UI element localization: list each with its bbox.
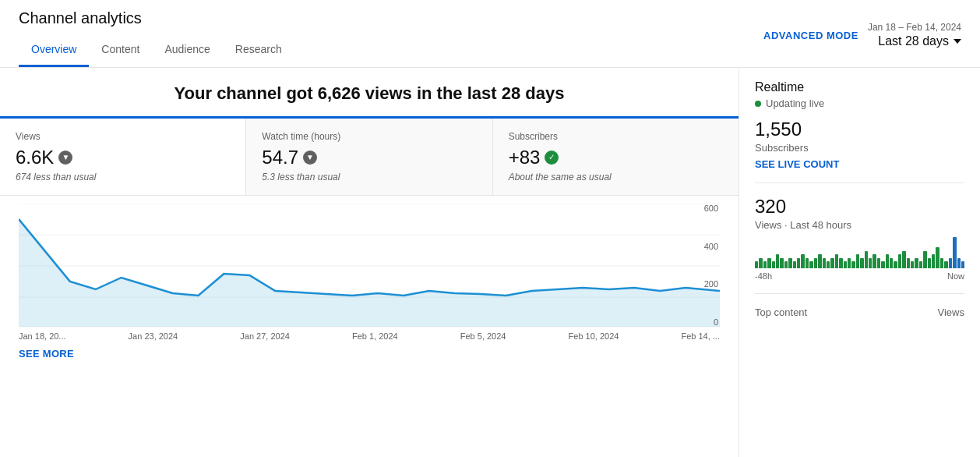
tab-content[interactable]: Content xyxy=(89,34,152,67)
mini-bar xyxy=(894,261,897,268)
views-48h-section: 320 Views · Last 48 hours -48h Now xyxy=(755,196,964,294)
date-range-label: Jan 18 – Feb 14, 2024 xyxy=(868,22,961,33)
see-more-link[interactable]: SEE MORE xyxy=(19,348,74,360)
chart-x-labels: Jan 18, 20... Jan 23, 2024 Jan 27, 2024 … xyxy=(19,328,720,341)
views-48h-value: 320 xyxy=(755,196,964,218)
tab-audience[interactable]: Audience xyxy=(152,34,222,67)
mini-bar xyxy=(898,254,901,268)
mini-bar xyxy=(949,258,952,268)
mini-bar xyxy=(940,258,943,268)
metric-watchtime-value: 54.7 xyxy=(262,147,298,168)
mini-bar xyxy=(767,258,770,268)
mini-bar xyxy=(860,258,863,268)
see-live-count-button[interactable]: SEE LIVE COUNT xyxy=(755,158,964,170)
page-title: Channel analytics xyxy=(19,9,294,34)
metric-views-label: Views xyxy=(16,131,230,142)
mini-bar xyxy=(865,251,868,268)
mini-bar xyxy=(890,258,893,268)
mini-bar xyxy=(872,254,876,268)
mini-bar xyxy=(944,261,947,268)
mini-bar xyxy=(915,258,918,268)
metric-subscribers-value: +83 xyxy=(509,147,541,168)
subscribers-realtime-label: Subscribers xyxy=(755,142,964,154)
views-chart: 600 400 200 0 Jan 18, 20... Jan 23, 2024… xyxy=(0,196,739,344)
top-content-section: Top content Views xyxy=(755,306,964,331)
mini-bar xyxy=(780,258,783,268)
subscribers-realtime-value: 1,550 xyxy=(755,119,964,140)
mini-bar xyxy=(919,261,922,268)
mini-bar xyxy=(755,261,758,268)
mini-bar xyxy=(823,258,826,268)
mini-bar xyxy=(886,254,889,268)
mini-chart-labels: -48h Now xyxy=(755,271,964,281)
metric-views: Views 6.6K ▼ 674 less than usual xyxy=(0,119,246,195)
mini-bar xyxy=(877,258,880,268)
views-48h-label: Views · Last 48 hours xyxy=(755,219,964,231)
mini-bar xyxy=(818,254,821,268)
mini-bar xyxy=(923,251,926,268)
metric-watchtime: Watch time (hours) 54.7 ▼ 5.3 less than … xyxy=(246,119,492,195)
advanced-mode-button[interactable]: ADVANCED MODE xyxy=(763,30,858,41)
mini-bar xyxy=(844,261,847,268)
mini-bar xyxy=(809,261,813,268)
mini-bar xyxy=(839,258,842,268)
metric-watchtime-note: 5.3 less than usual xyxy=(262,172,476,182)
mini-bar xyxy=(936,247,939,268)
mini-bar xyxy=(759,258,762,268)
top-content-label: Top content xyxy=(755,306,807,318)
tab-overview[interactable]: Overview xyxy=(19,34,89,67)
tab-bar: Overview Content Audience Research xyxy=(19,34,294,67)
metric-views-note: 674 less than usual xyxy=(16,172,230,182)
mini-bar xyxy=(793,261,796,268)
metric-subscribers-note: About the same as usual xyxy=(509,172,723,182)
mini-bar xyxy=(957,258,961,268)
mini-bar xyxy=(869,258,872,268)
mini-bar xyxy=(801,254,804,268)
date-range-picker[interactable]: Jan 18 – Feb 14, 2024 Last 28 days xyxy=(868,22,961,48)
mini-bar xyxy=(830,258,834,268)
top-content-views-label: Views xyxy=(938,306,964,318)
chevron-down-icon xyxy=(954,39,961,44)
right-sidebar: Realtime Updating live 1,550 Subscribers… xyxy=(739,68,980,457)
views-trend-icon: ▼ xyxy=(58,151,72,165)
mini-bar xyxy=(902,251,905,268)
metric-views-value: 6.6K xyxy=(16,147,54,168)
mini-bar xyxy=(763,261,767,268)
metric-subscribers-label: Subscribers xyxy=(509,131,723,142)
mini-bar xyxy=(814,258,817,268)
mini-bar xyxy=(856,254,859,268)
watchtime-trend-icon: ▼ xyxy=(303,151,317,165)
mini-bar xyxy=(784,261,788,268)
mini-chart xyxy=(755,237,964,268)
mini-bar xyxy=(851,261,855,268)
mini-bar xyxy=(928,258,931,268)
mini-bar xyxy=(932,254,935,268)
mini-bar xyxy=(835,254,838,268)
date-range-value: Last 28 days xyxy=(878,34,961,48)
chart-y-labels: 600 400 200 0 xyxy=(704,204,720,327)
metric-watchtime-label: Watch time (hours) xyxy=(262,131,476,142)
mini-bar xyxy=(776,254,779,268)
mini-bar xyxy=(772,261,775,268)
mini-bar xyxy=(848,258,851,268)
metric-subscribers: Subscribers +83 ✓ About the same as usua… xyxy=(493,119,739,195)
mini-bar xyxy=(827,261,830,268)
mini-bar xyxy=(788,258,791,268)
metrics-row: Views 6.6K ▼ 674 less than usual Watch t… xyxy=(0,116,739,196)
mini-bar xyxy=(961,261,964,268)
subscribers-trend-icon: ✓ xyxy=(545,151,559,165)
mini-bar xyxy=(806,258,809,268)
mini-bar xyxy=(953,237,956,268)
mini-bar xyxy=(797,258,800,268)
chart-svg xyxy=(19,204,720,328)
realtime-title: Realtime xyxy=(755,80,804,94)
updating-live-label: Updating live xyxy=(766,97,824,109)
mini-bar xyxy=(881,261,884,268)
summary-title: Your channel got 6,626 views in the last… xyxy=(0,68,739,116)
realtime-section: Realtime Updating live 1,550 Subscribers… xyxy=(755,80,964,183)
mini-bar xyxy=(907,258,910,268)
live-dot-icon xyxy=(755,101,761,107)
mini-bar xyxy=(911,261,914,268)
tab-research[interactable]: Research xyxy=(223,34,294,67)
